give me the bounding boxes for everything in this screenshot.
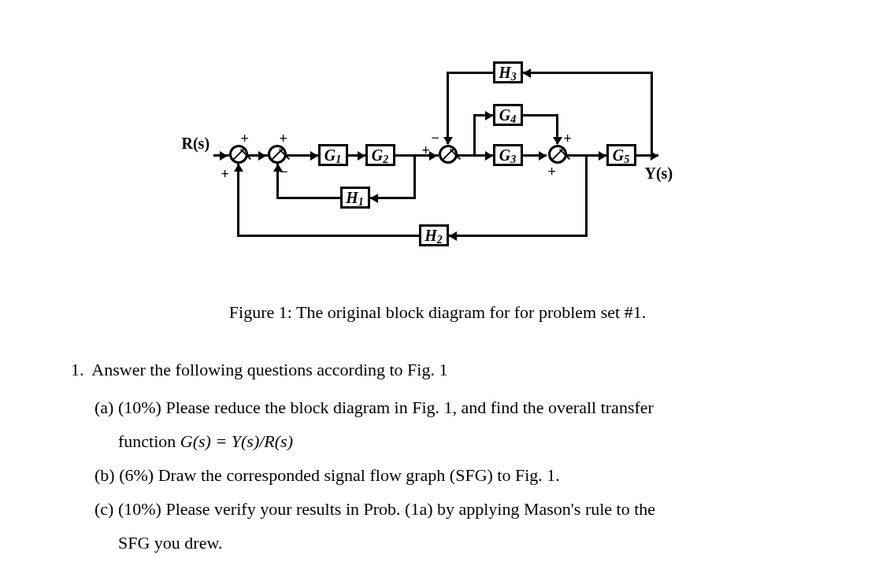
block-g2: G2 (365, 144, 395, 166)
arrow-to-h2 (449, 231, 457, 241)
sign-s4-right: + (564, 128, 572, 150)
block-h3: H3 (493, 61, 523, 83)
question-1c-line1: (c) (10%) Please verify your results in … (47, 496, 828, 522)
line-g4-down-h (523, 114, 557, 116)
block-h2: H2 (419, 224, 449, 246)
line-h2-left (237, 235, 420, 237)
line-to-h2 (449, 235, 588, 237)
arrow-g3-s4 (539, 151, 547, 161)
arrow-h1-s2 (273, 164, 283, 172)
arrow-g1-g2 (358, 151, 365, 161)
question-1b: (b) (6%) Draw the corresponded signal fl… (47, 462, 828, 488)
sign-s1-bot: + (221, 164, 229, 185)
block-g5: G5 (606, 144, 636, 166)
question-1-intro: 1. Answer the following questions accord… (47, 357, 828, 383)
arrow-h3-s3 (443, 137, 453, 145)
arrow-s2-g1 (310, 151, 318, 161)
question-1a-line1: (a) (10%) Please reduce the block diagra… (47, 394, 828, 420)
arrow-to-g4 (485, 111, 493, 120)
arrow-g4-s4 (553, 137, 562, 145)
arrow-input (220, 151, 228, 161)
sign-s1-top: + (241, 128, 249, 150)
block-h1: H1 (340, 187, 370, 209)
line-h2-up (237, 164, 239, 237)
line-h2-down-right (585, 155, 588, 236)
line-h3-top (523, 72, 653, 74)
block-diagram: R(s) + + + − G1 G2 − (178, 39, 698, 276)
line-h3-down (447, 72, 449, 144)
question-1c-line2: SFG you drew. (47, 530, 828, 556)
block-g3: G3 (493, 144, 523, 166)
line-h3-left (447, 72, 493, 74)
figure-caption: Figure 1: The original block diagram for… (47, 299, 828, 325)
arrow-s3-g3 (485, 151, 493, 161)
arrow-s1-s2 (258, 151, 266, 161)
input-label: R(s) (182, 131, 210, 155)
block-g1: G1 (318, 144, 348, 166)
question-1a-line2: function G(s) = Y(s)/R(s) (47, 428, 828, 454)
arrow-to-h1 (370, 194, 378, 203)
line-branch-g4-up (473, 114, 476, 155)
output-label: Y(s) (645, 161, 673, 185)
summer-3 (439, 145, 458, 164)
arrow-g2-s3 (429, 151, 437, 161)
sign-s2-top: + (280, 128, 287, 150)
sign-s3-left: + (422, 140, 430, 161)
block-g4: G4 (493, 104, 523, 126)
line-h1-down-right (413, 155, 416, 198)
block-diagram-container: R(s) + + + − G1 G2 − (162, 39, 714, 276)
sign-s4-bot: + (548, 161, 556, 183)
arrow-to-h3 (523, 68, 531, 78)
line-h1-left (276, 197, 341, 199)
arrow-h2-s1 (234, 164, 243, 172)
arrow-s4-g5 (599, 151, 606, 161)
line-h3-up (651, 72, 653, 157)
sign-s3-top: − (432, 128, 439, 149)
